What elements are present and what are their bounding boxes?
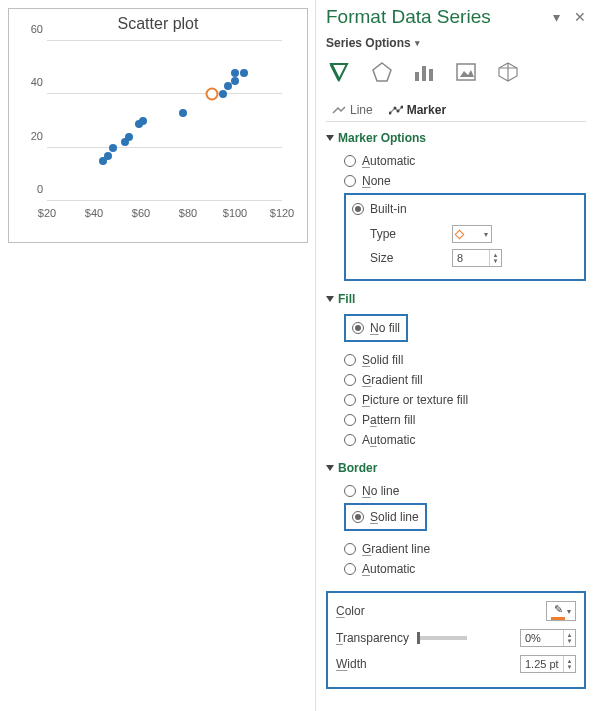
border-header[interactable]: Border (326, 461, 377, 475)
svg-point-7 (393, 107, 396, 110)
color-swatch (551, 617, 565, 620)
marker-size-spinner[interactable]: 8▲▼ (452, 249, 502, 267)
builtin-highlight: Built-in Type ▾ Size 8▲▼ (344, 193, 586, 281)
border-automatic-radio[interactable]: Automatic (344, 559, 586, 579)
highlighted-data-point[interactable] (205, 88, 218, 101)
data-point[interactable] (231, 77, 239, 85)
svg-point-8 (396, 110, 399, 113)
marker-options-section: Marker Options Automatic None Built-in T… (326, 130, 586, 281)
fill-line-icon[interactable] (328, 60, 352, 87)
spinner-arrows-icon: ▲▼ (489, 250, 501, 266)
format-data-series-panel: Format Data Series ▾ ✕ Series Options ▾ … (315, 0, 596, 711)
line-properties-highlight: Color ✎ ▾ Transparency 0%▲▼ Width 1.25 p… (326, 591, 586, 689)
fill-automatic-radio[interactable]: Automatic (344, 430, 586, 450)
border-gradient-radio[interactable]: Gradient line (344, 539, 586, 559)
line-marker-tabs: Line Marker (326, 99, 586, 122)
svg-rect-3 (429, 69, 433, 81)
dropdown-arrow-icon: ▾ (567, 607, 571, 616)
chart-title: Scatter plot (9, 15, 307, 33)
border-section: Border No line Solid line Gradient line … (326, 460, 586, 579)
line-icon (332, 105, 346, 115)
no-fill-highlight: No fill (344, 314, 408, 342)
effects-icon[interactable] (370, 60, 394, 87)
close-icon[interactable]: ✕ (574, 9, 586, 25)
marker-none-radio[interactable]: None (344, 171, 586, 191)
border-none-radio[interactable]: No line (344, 481, 586, 501)
size-label: Size (370, 251, 442, 265)
series-options-icon[interactable] (412, 60, 436, 87)
width-label: Width (336, 657, 367, 671)
svg-rect-4 (457, 64, 475, 80)
marker-builtin-radio[interactable]: Built-in (352, 199, 578, 219)
fill-pattern-radio[interactable]: Pattern fill (344, 410, 586, 430)
solid-line-highlight: Solid line (344, 503, 427, 531)
data-point[interactable] (125, 133, 133, 141)
category-icons (326, 60, 586, 87)
3d-icon[interactable] (496, 60, 520, 87)
fill-picture-radio[interactable]: Picture or texture fill (344, 390, 586, 410)
data-point[interactable] (231, 69, 239, 77)
width-spinner[interactable]: 1.25 pt▲▼ (520, 655, 576, 673)
type-label: Type (370, 227, 442, 241)
caret-down-icon: ▾ (415, 38, 420, 48)
triangle-down-icon (326, 465, 334, 471)
border-solid-radio[interactable]: Solid line (352, 507, 419, 527)
data-point[interactable] (219, 90, 227, 98)
tab-marker[interactable]: Marker (383, 99, 452, 121)
color-label: Color (336, 604, 365, 618)
marker-automatic-radio[interactable]: Automatic (344, 151, 586, 171)
transparency-slider[interactable] (417, 636, 467, 640)
triangle-down-icon (326, 296, 334, 302)
transparency-spinner[interactable]: 0%▲▼ (520, 629, 576, 647)
svg-marker-5 (460, 70, 474, 77)
fill-solid-radio[interactable]: Solid fill (344, 350, 586, 370)
data-point[interactable] (139, 117, 147, 125)
spinner-arrows-icon: ▲▼ (563, 630, 575, 646)
marker-icon (389, 105, 403, 115)
svg-marker-0 (373, 63, 391, 81)
fill-header[interactable]: Fill (326, 292, 355, 306)
triangle-down-icon (326, 135, 334, 141)
scatter-chart[interactable]: Scatter plot 0204060$20$40$60$80$100$120 (8, 8, 308, 243)
panel-title: Format Data Series (326, 6, 491, 28)
chart-pane: Scatter plot 0204060$20$40$60$80$100$120 (0, 0, 315, 711)
svg-rect-1 (415, 72, 419, 81)
data-point[interactable] (104, 152, 112, 160)
data-point[interactable] (224, 82, 232, 90)
data-point[interactable] (240, 69, 248, 77)
tab-line[interactable]: Line (326, 99, 379, 121)
marker-type-dropdown[interactable]: ▾ (452, 225, 492, 243)
svg-rect-2 (422, 66, 426, 81)
data-point[interactable] (109, 144, 117, 152)
fill-none-radio[interactable]: No fill (352, 318, 400, 338)
pen-icon: ✎ (554, 603, 563, 616)
chevron-down-icon[interactable]: ▾ (553, 9, 560, 25)
plot-area: 0204060$20$40$60$80$100$120 (47, 41, 282, 201)
data-point[interactable] (179, 109, 187, 117)
dropdown-arrow-icon: ▾ (484, 230, 488, 239)
picture-icon[interactable] (454, 60, 478, 87)
transparency-label: Transparency (336, 631, 409, 645)
color-picker-button[interactable]: ✎ ▾ (546, 601, 576, 621)
fill-gradient-radio[interactable]: Gradient fill (344, 370, 586, 390)
marker-options-header[interactable]: Marker Options (326, 131, 426, 145)
series-options-dropdown[interactable]: Series Options ▾ (326, 36, 420, 50)
diamond-icon (455, 229, 465, 239)
spinner-arrows-icon: ▲▼ (563, 656, 575, 672)
fill-section: Fill No fill Solid fill Gradient fill Pi… (326, 291, 586, 450)
